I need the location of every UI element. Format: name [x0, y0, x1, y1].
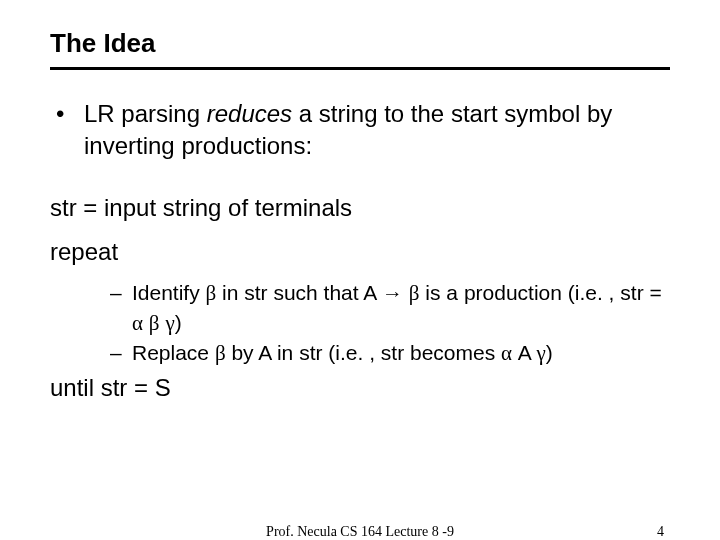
- main-bullet: • LR parsing reduces a string to the sta…: [50, 98, 670, 162]
- t: ): [175, 311, 182, 334]
- t: is a production (i.e. , str =: [420, 281, 662, 304]
- t: Identify: [132, 281, 206, 304]
- sub-item-1: – Identify β in str such that A → β is a…: [110, 278, 670, 338]
- beta: β: [215, 341, 226, 365]
- bullet-emph: reduces: [207, 100, 292, 127]
- t: ): [546, 341, 553, 364]
- bullet-pre: LR parsing: [84, 100, 207, 127]
- sub-item-1-text: Identify β in str such that A → β is a p…: [132, 278, 670, 338]
- algo-line-2: repeat: [50, 234, 670, 270]
- gamma: γ: [537, 341, 546, 365]
- beta: β: [149, 311, 160, 335]
- gamma: γ: [165, 311, 174, 335]
- slide-title: The Idea: [50, 28, 670, 67]
- beta: β: [206, 281, 217, 305]
- dash-marker: –: [110, 338, 132, 368]
- t: Replace: [132, 341, 215, 364]
- alpha: α: [501, 341, 512, 365]
- sub-item-2-text: Replace β by A in str (i.e. , str become…: [132, 338, 553, 368]
- title-rule: [50, 67, 670, 70]
- arrow: →: [382, 281, 403, 305]
- t: in str such that A: [216, 281, 382, 304]
- bullet-marker: •: [50, 98, 84, 130]
- sub-item-2: – Replace β by A in str (i.e. , str beco…: [110, 338, 670, 368]
- bullet-text: LR parsing reduces a string to the start…: [84, 98, 670, 162]
- algo-line-1: str = input string of terminals: [50, 190, 670, 226]
- sub-list: – Identify β in str such that A → β is a…: [50, 278, 670, 368]
- page-number: 4: [657, 524, 664, 540]
- algo-line-3: until str = S: [50, 370, 670, 406]
- t: by A in str (i.e. , str becomes: [226, 341, 501, 364]
- dash-marker: –: [110, 278, 132, 308]
- beta: β: [409, 281, 420, 305]
- footer-center: Prof. Necula CS 164 Lecture 8 -9: [266, 524, 454, 540]
- t: A: [512, 341, 537, 364]
- alpha: α: [132, 311, 143, 335]
